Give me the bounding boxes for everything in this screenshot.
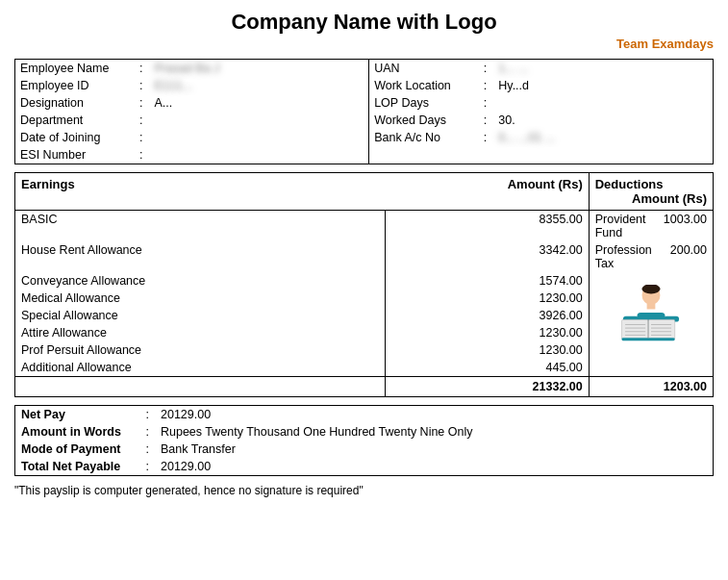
- salary-row: House Rent Allowance 3342.00 Profession …: [15, 241, 714, 272]
- net-pay-row: Total Net Payable : 20129.00: [15, 458, 714, 476]
- employee-info-table: Employee Name : Prasad Ba J UAN : 1... .…: [14, 59, 714, 164]
- deduction-amount: 200.00: [658, 241, 714, 272]
- earning-amount: 1230.00: [385, 341, 589, 359]
- earnings-label: Earnings: [21, 177, 75, 191]
- reading-figure-cell: [589, 272, 713, 377]
- net-pay-row: Net Pay : 20129.00: [15, 406, 714, 424]
- employee-info-row: Designation : A... LOP Days :: [15, 94, 714, 112]
- reader-illustration: [613, 285, 690, 362]
- np-colon: :: [140, 441, 155, 458]
- np-label: Amount in Words: [15, 423, 140, 441]
- np-value: Rupees Twenty Thousand One Hundred Twent…: [155, 423, 714, 441]
- earnings-amount-header: Amount (Rs): [508, 177, 583, 191]
- earning-amount: 8355.00: [385, 211, 589, 242]
- emp-right-colon: :: [479, 112, 494, 129]
- svg-rect-6: [648, 319, 675, 339]
- np-value: Bank Transfer: [155, 441, 714, 458]
- net-pay-row: Mode of Payment : Bank Transfer: [15, 441, 714, 458]
- emp-value: [150, 146, 369, 164]
- emp-value: Prasad Ba J: [150, 60, 369, 78]
- header-section: Company Name with Logo: [14, 10, 714, 35]
- emp-colon: :: [135, 129, 150, 146]
- emp-label: Employee ID: [15, 77, 135, 94]
- emp-right-value: [493, 146, 713, 164]
- net-pay-row: Amount in Words : Rupees Twenty Thousand…: [15, 423, 714, 441]
- team-name: Team Examdays: [14, 37, 714, 51]
- emp-colon: :: [135, 146, 150, 164]
- company-name: Company Name with Logo: [14, 10, 714, 35]
- employee-info-row: Employee ID : E111... Work Location : Hy…: [15, 77, 714, 94]
- earning-amount: 3926.00: [385, 307, 589, 324]
- earnings-header: Earnings Amount (Rs): [15, 173, 590, 211]
- svg-rect-17: [646, 303, 655, 309]
- earning-label: Medical Allowance: [15, 290, 386, 307]
- emp-right-colon: :: [479, 129, 494, 146]
- earnings-total: 21332.00: [385, 377, 589, 397]
- emp-value: [150, 112, 369, 129]
- salary-row: Conveyance Allowance 1574.00: [15, 272, 714, 290]
- emp-right-colon: [479, 146, 494, 164]
- employee-info-row: Department : Worked Days : 30.: [15, 112, 714, 129]
- deduction-label: Provident Fund: [589, 211, 658, 242]
- emp-label: Employee Name: [15, 60, 135, 78]
- emp-label: ESI Number: [15, 146, 135, 164]
- emp-right-value: 0... ...01 ...: [493, 129, 713, 146]
- np-value: 20129.00: [155, 458, 714, 476]
- totals-row: 21332.00 1203.00: [15, 377, 714, 397]
- emp-right-label: [369, 146, 479, 164]
- emp-right-colon: :: [479, 77, 494, 94]
- np-value: 20129.00: [155, 406, 714, 424]
- emp-right-label: Work Location: [369, 77, 479, 94]
- np-colon: :: [140, 458, 155, 476]
- earning-amount: 1574.00: [385, 272, 589, 290]
- deductions-label: Deductions: [595, 177, 664, 191]
- emp-label: Designation: [15, 94, 135, 112]
- emp-value: E111...: [150, 77, 369, 94]
- earning-label: Conveyance Allowance: [15, 272, 386, 290]
- svg-rect-7: [621, 338, 674, 340]
- emp-right-value: 1... ...: [493, 60, 713, 78]
- emp-right-value: 30.: [493, 112, 713, 129]
- emp-colon: :: [135, 77, 150, 94]
- emp-right-value: [493, 94, 713, 112]
- earning-label: Attire Allowance: [15, 324, 386, 341]
- np-colon: :: [140, 423, 155, 441]
- emp-colon: :: [135, 60, 150, 78]
- earning-amount: 3342.00: [385, 241, 589, 272]
- deduction-amount: 1003.00: [658, 211, 714, 242]
- deductions-total-label: [589, 377, 658, 397]
- salary-table: Earnings Amount (Rs) Deductions Amount (…: [14, 172, 714, 397]
- np-colon: :: [140, 406, 155, 424]
- emp-colon: :: [135, 94, 150, 112]
- svg-rect-5: [621, 319, 648, 339]
- earning-label: House Rent Allowance: [15, 241, 386, 272]
- employee-info-row: Date of Joining : Bank A/c No : 0... ...…: [15, 129, 714, 146]
- employee-info-row: ESI Number :: [15, 146, 714, 164]
- np-label: Net Pay: [15, 406, 140, 424]
- employee-info-row: Employee Name : Prasad Ba J UAN : 1... .…: [15, 60, 714, 78]
- deductions-header: Deductions Amount (Rs): [589, 173, 713, 211]
- emp-right-value: Hy...d: [493, 77, 713, 94]
- earning-label: Prof Persuit Allowance: [15, 341, 386, 359]
- emp-colon: :: [135, 112, 150, 129]
- salary-row: BASIC 8355.00 Provident Fund 1003.00: [15, 211, 714, 242]
- np-label: Total Net Payable: [15, 458, 140, 476]
- earning-label: Special Allowance: [15, 307, 386, 324]
- earning-amount: 1230.00: [385, 290, 589, 307]
- emp-label: Department: [15, 112, 135, 129]
- earning-amount: 1230.00: [385, 324, 589, 341]
- deductions-total: 1203.00: [658, 377, 714, 397]
- earning-label: Additional Allowance: [15, 359, 386, 377]
- net-pay-table: Net Pay : 20129.00 Amount in Words : Rup…: [14, 405, 714, 476]
- emp-right-label: UAN: [369, 60, 479, 78]
- np-label: Mode of Payment: [15, 441, 140, 458]
- earnings-total-label: [15, 377, 386, 397]
- earning-amount: 445.00: [385, 359, 589, 377]
- emp-label: Date of Joining: [15, 129, 135, 146]
- emp-value: A...: [150, 94, 369, 112]
- emp-value: [150, 129, 369, 146]
- emp-right-label: Worked Days: [369, 112, 479, 129]
- emp-right-colon: :: [479, 60, 494, 78]
- emp-right-label: Bank A/c No: [369, 129, 479, 146]
- footer-note: "This payslip is computer generated, hen…: [14, 484, 714, 497]
